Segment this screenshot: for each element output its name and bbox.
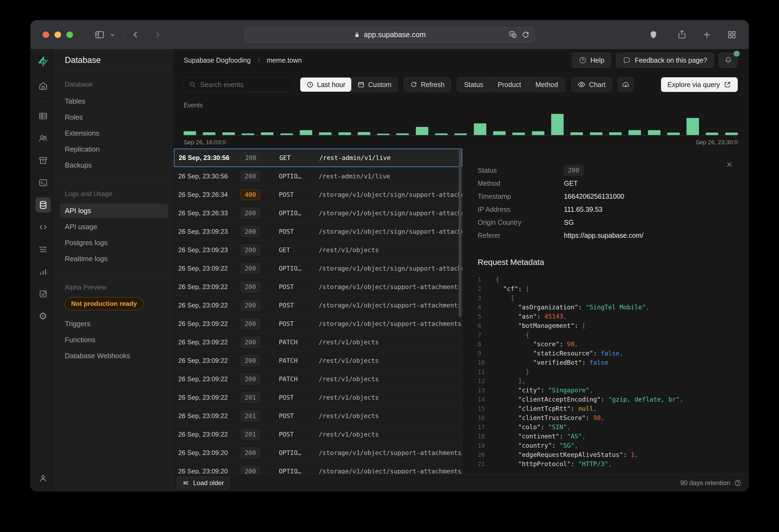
chart-bar-15[interactable] xyxy=(474,123,486,135)
chart-bar-6[interactable] xyxy=(300,130,312,135)
log-row[interactable]: 26 Sep, 23:09:22200POST/storage/v1/objec… xyxy=(174,315,462,333)
log-row[interactable]: 26 Sep, 23:30:56200GET/rest-admin/v1/liv… xyxy=(174,149,462,167)
chart-bar-8[interactable] xyxy=(339,132,351,135)
filter-status-button[interactable]: Status xyxy=(457,77,490,92)
menu-item-replication[interactable]: Replication xyxy=(60,142,168,156)
reports-icon[interactable] xyxy=(36,264,51,279)
search-input[interactable] xyxy=(200,81,289,89)
chart-bar-25[interactable] xyxy=(667,133,680,135)
share-icon[interactable] xyxy=(677,30,687,40)
chart-bar-7[interactable] xyxy=(319,132,332,135)
supabase-logo-icon[interactable] xyxy=(37,55,50,68)
notifications-button[interactable] xyxy=(719,53,738,68)
log-row[interactable]: 26 Sep, 23:09:22200PATCH/rest/v1/objects xyxy=(174,370,462,388)
log-row[interactable]: 26 Sep, 23:09:22200PATCH/rest/v1/objects xyxy=(174,351,462,370)
last-hour-button[interactable]: Last hour xyxy=(300,77,351,92)
load-older-button[interactable]: Load older xyxy=(177,476,230,489)
log-row[interactable]: 26 Sep, 23:09:23200GET/rest/v1/objects xyxy=(174,241,462,259)
feedback-button[interactable]: Feedback on this page? xyxy=(616,53,714,68)
log-row[interactable]: 26 Sep, 23:09:22200OPTIO…/storage/v1/obj… xyxy=(174,259,462,278)
chart-bar-12[interactable] xyxy=(416,127,428,135)
filter-method-button[interactable]: Method xyxy=(528,77,565,92)
chart-bar-21[interactable] xyxy=(590,132,602,135)
home-icon[interactable] xyxy=(36,78,51,93)
chart-bar-3[interactable] xyxy=(242,133,254,135)
chart-bar-27[interactable] xyxy=(706,133,718,135)
auth-users-icon[interactable] xyxy=(36,131,51,146)
chart-bar-2[interactable] xyxy=(223,132,235,135)
chart-bar-22[interactable] xyxy=(609,132,622,135)
chart-bar-14[interactable] xyxy=(454,133,467,135)
close-icon[interactable] xyxy=(725,160,733,169)
account-user-icon[interactable] xyxy=(36,471,51,486)
database-icon[interactable] xyxy=(36,197,51,213)
translate-icon[interactable]: A文 xyxy=(508,30,517,39)
filter-product-button[interactable]: Product xyxy=(490,77,528,92)
menu-item-tables[interactable]: Tables xyxy=(60,94,168,109)
settings-gear-icon[interactable]: ⚙ xyxy=(36,309,51,324)
log-row[interactable]: 26 Sep, 23:09:23200POST/storage/v1/objec… xyxy=(174,222,462,241)
help-button[interactable]: Help xyxy=(572,53,611,68)
log-row[interactable]: 26 Sep, 23:26:33200OPTIO…/storage/v1/obj… xyxy=(174,204,462,222)
menu-item-extensions[interactable]: Extensions xyxy=(60,126,168,140)
log-row[interactable]: 26 Sep, 23:09:20200OPTIO…/storage/v1/obj… xyxy=(174,444,462,462)
log-row[interactable]: 26 Sep, 23:09:22201POST/rest/v1/objects xyxy=(174,407,462,425)
custom-range-button[interactable]: Custom xyxy=(351,77,397,92)
storage-icon[interactable] xyxy=(36,153,51,168)
help-circle-icon[interactable] xyxy=(734,479,741,487)
menu-item-functions[interactable]: Functions xyxy=(60,333,168,347)
chart-bar-10[interactable] xyxy=(377,134,390,135)
menu-item-api-logs[interactable]: API logs xyxy=(60,204,168,218)
table-scrollbar[interactable] xyxy=(459,150,461,317)
chart-bar-5[interactable] xyxy=(281,133,293,135)
log-row[interactable]: 26 Sep, 23:09:22201POST/rest/v1/objects xyxy=(174,425,462,444)
docs-file-icon[interactable] xyxy=(36,286,51,302)
tab-overview-icon[interactable] xyxy=(727,30,737,40)
cloud-download-button[interactable] xyxy=(618,77,634,92)
zoom-window-button[interactable] xyxy=(66,31,73,38)
sidebar-toggle-icon[interactable] xyxy=(94,29,105,40)
chart-bar-26[interactable] xyxy=(686,118,699,135)
chart-bar-28[interactable] xyxy=(725,133,738,135)
breadcrumb-org[interactable]: Supabase Dogfooding xyxy=(184,56,251,64)
breadcrumb-project[interactable]: meme.town xyxy=(266,56,302,64)
chart-bar-9[interactable] xyxy=(358,132,370,135)
chart-toggle-button[interactable]: Chart xyxy=(571,77,612,92)
chart-bar-13[interactable] xyxy=(435,133,447,135)
back-icon[interactable] xyxy=(131,30,140,40)
menu-item-roles[interactable]: Roles xyxy=(60,110,168,125)
log-row[interactable]: 26 Sep, 23:26:34400POST/storage/v1/objec… xyxy=(174,186,462,204)
chart-bar-1[interactable] xyxy=(203,132,215,135)
chart-bar-4[interactable] xyxy=(261,132,274,135)
chart-bar-24[interactable] xyxy=(648,130,660,135)
chart-bar-23[interactable] xyxy=(628,130,641,135)
menu-item-realtime-logs[interactable]: Realtime logs xyxy=(60,252,168,266)
chart-bar-19[interactable] xyxy=(551,114,564,135)
sql-editor-icon[interactable] xyxy=(36,175,51,190)
reload-icon[interactable] xyxy=(522,30,530,39)
api-docs-icon[interactable] xyxy=(36,220,51,235)
chart-bar-11[interactable] xyxy=(396,133,409,135)
logs-explorer-icon[interactable] xyxy=(36,242,51,257)
address-bar[interactable]: app.supabase.com A文 xyxy=(245,27,535,43)
explore-via-query-button[interactable]: Explore via query xyxy=(661,77,738,92)
search-events-field[interactable] xyxy=(184,77,294,92)
minimize-window-button[interactable] xyxy=(55,31,61,38)
chart-bar-18[interactable] xyxy=(532,131,544,135)
chart-bar-17[interactable] xyxy=(513,133,525,135)
chart-bar-16[interactable] xyxy=(493,131,505,135)
log-row[interactable]: 26 Sep, 23:30:56200OPTIO…/rest-admin/v1/… xyxy=(174,167,462,186)
close-window-button[interactable] xyxy=(43,31,49,38)
menu-item-database-webhooks[interactable]: Database Webhooks xyxy=(60,349,168,363)
table-editor-icon[interactable] xyxy=(36,109,51,124)
new-tab-icon[interactable] xyxy=(702,30,712,40)
chart-bar-0[interactable] xyxy=(184,131,196,135)
menu-item-backups[interactable]: Backups xyxy=(60,158,168,173)
log-row[interactable]: 26 Sep, 23:09:22200POST/storage/v1/objec… xyxy=(174,278,462,296)
menu-item-postgres-logs[interactable]: Postgres logs xyxy=(60,236,168,250)
log-row[interactable]: 26 Sep, 23:09:20200OPTIO…/storage/v1/obj… xyxy=(174,462,462,474)
chart-bar-20[interactable] xyxy=(571,132,583,135)
menu-item-triggers[interactable]: Triggers xyxy=(60,317,168,331)
log-row[interactable]: 26 Sep, 23:09:22201POST/rest/v1/objects xyxy=(174,388,462,407)
log-row[interactable]: 26 Sep, 23:09:22200PATCH/rest/v1/objects xyxy=(174,333,462,351)
